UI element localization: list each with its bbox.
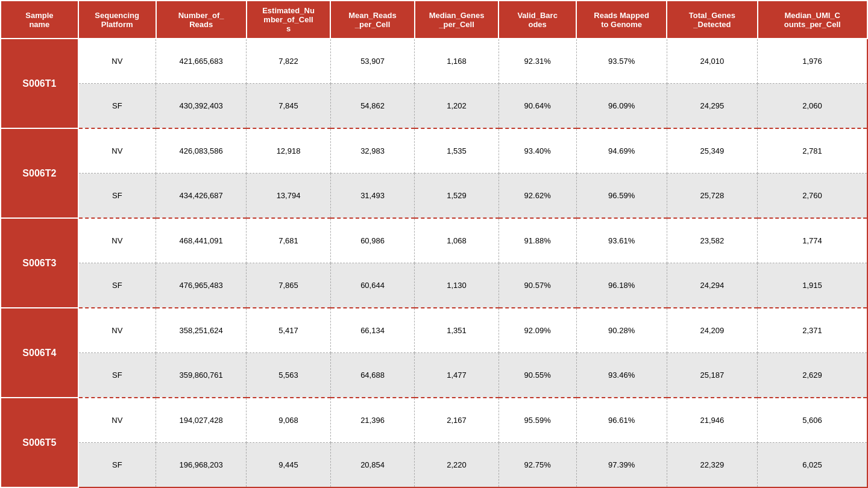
- cell-g3-r1-c4: 1,477: [415, 353, 499, 398]
- cell-g2-r1-c1: 476,965,483: [156, 263, 247, 308]
- cell-g1-r1-c7: 25,728: [667, 174, 757, 219]
- sample-name-cell-1: S006T2: [1, 128, 78, 218]
- header-cell-2: Number_of_Reads: [156, 1, 247, 39]
- header-cell-9: Median_UMI_Counts_per_Cell: [758, 1, 868, 39]
- cell-g4-r1-c1: 196,968,203: [156, 443, 247, 488]
- cell-g0-r1-c8: 2,060: [758, 84, 868, 129]
- cell-g2-r1-c0: SF: [78, 263, 156, 308]
- cell-g3-r0-c0: NV: [78, 308, 156, 353]
- cell-g4-r1-c5: 92.75%: [498, 443, 576, 488]
- table-row: SF476,965,4837,86560,6441,13090.57%96.18…: [1, 263, 867, 308]
- header-cell-5: Median_Genes_per_Cell: [415, 1, 499, 39]
- cell-g2-r0-c8: 1,774: [758, 218, 868, 263]
- header-cell-3: Estimated_Number_of_Cells: [247, 1, 331, 39]
- table-container: SamplenameSequencingPlatformNumber_of_Re…: [0, 0, 868, 488]
- table-row: S006T5NV194,027,4289,06821,3962,16795.59…: [1, 398, 867, 443]
- table-row: SF359,860,7615,56364,6881,47790.55%93.46…: [1, 353, 867, 398]
- header-cell-7: Reads Mappedto Genome: [576, 1, 667, 39]
- cell-g0-r0-c7: 24,010: [667, 39, 757, 84]
- cell-g4-r1-c3: 20,854: [330, 443, 415, 488]
- cell-g3-r0-c7: 24,209: [667, 308, 757, 353]
- cell-g2-r0-c1: 468,441,091: [156, 218, 247, 263]
- table-row: S006T4NV358,251,6245,41766,1341,35192.09…: [1, 308, 867, 353]
- cell-g3-r0-c5: 92.09%: [498, 308, 576, 353]
- cell-g2-r0-c5: 91.88%: [498, 218, 576, 263]
- cell-g1-r0-c7: 25,349: [667, 128, 757, 174]
- header-cell-8: Total_Genes_Detected: [667, 1, 757, 39]
- cell-g4-r0-c5: 95.59%: [498, 398, 576, 443]
- cell-g3-r0-c8: 2,371: [758, 308, 868, 353]
- cell-g1-r0-c4: 1,535: [415, 128, 499, 174]
- cell-g4-r0-c0: NV: [78, 398, 156, 443]
- table-row: SF196,968,2039,44520,8542,22092.75%97.39…: [1, 443, 867, 488]
- cell-g0-r1-c0: SF: [78, 84, 156, 129]
- cell-g3-r1-c1: 359,860,761: [156, 353, 247, 398]
- cell-g0-r0-c4: 1,168: [415, 39, 499, 84]
- header-cell-0: Samplename: [1, 1, 78, 39]
- cell-g4-r1-c8: 6,025: [758, 443, 868, 488]
- cell-g1-r0-c2: 12,918: [247, 128, 331, 174]
- cell-g0-r1-c7: 24,295: [667, 84, 757, 129]
- cell-g1-r1-c5: 92.62%: [498, 174, 576, 219]
- cell-g4-r0-c1: 194,027,428: [156, 398, 247, 443]
- cell-g2-r0-c2: 7,681: [247, 218, 331, 263]
- cell-g1-r0-c6: 94.69%: [576, 128, 667, 174]
- sample-name-cell-2: S006T3: [1, 218, 78, 308]
- header-row: SamplenameSequencingPlatformNumber_of_Re…: [1, 1, 867, 39]
- table-row: S006T1NV421,665,6837,82253,9071,16892.31…: [1, 39, 867, 84]
- cell-g2-r0-c3: 60,986: [330, 218, 415, 263]
- cell-g2-r1-c2: 7,865: [247, 263, 331, 308]
- cell-g2-r0-c6: 93.61%: [576, 218, 667, 263]
- header-cell-6: Valid_Barcodes: [498, 1, 576, 39]
- cell-g1-r1-c4: 1,529: [415, 174, 499, 219]
- table-row: SF434,426,68713,79431,4931,52992.62%96.5…: [1, 174, 867, 219]
- sample-name-cell-3: S006T4: [1, 308, 78, 398]
- sample-name-cell-4: S006T5: [1, 398, 78, 487]
- cell-g1-r1-c2: 13,794: [247, 174, 331, 219]
- cell-g1-r0-c5: 93.40%: [498, 128, 576, 174]
- cell-g1-r1-c1: 434,426,687: [156, 174, 247, 219]
- cell-g2-r1-c7: 24,294: [667, 263, 757, 308]
- cell-g3-r0-c4: 1,351: [415, 308, 499, 353]
- sample-name-cell-0: S006T1: [1, 39, 78, 128]
- cell-g0-r0-c6: 93.57%: [576, 39, 667, 84]
- cell-g2-r0-c0: NV: [78, 218, 156, 263]
- cell-g2-r1-c6: 96.18%: [576, 263, 667, 308]
- cell-g3-r1-c8: 2,629: [758, 353, 868, 398]
- cell-g1-r1-c0: SF: [78, 174, 156, 219]
- table-row: S006T2NV426,083,58612,91832,9831,53593.4…: [1, 128, 867, 174]
- cell-g0-r0-c2: 7,822: [247, 39, 331, 84]
- cell-g0-r0-c3: 53,907: [330, 39, 415, 84]
- cell-g0-r1-c4: 1,202: [415, 84, 499, 129]
- cell-g3-r0-c1: 358,251,624: [156, 308, 247, 353]
- cell-g1-r0-c0: NV: [78, 128, 156, 174]
- cell-g4-r1-c6: 97.39%: [576, 443, 667, 488]
- cell-g4-r0-c4: 2,167: [415, 398, 499, 443]
- cell-g4-r1-c7: 22,329: [667, 443, 757, 488]
- cell-g0-r1-c1: 430,392,403: [156, 84, 247, 129]
- cell-g3-r0-c2: 5,417: [247, 308, 331, 353]
- cell-g2-r0-c7: 23,582: [667, 218, 757, 263]
- cell-g4-r0-c2: 9,068: [247, 398, 331, 443]
- cell-g2-r0-c4: 1,068: [415, 218, 499, 263]
- cell-g4-r1-c0: SF: [78, 443, 156, 488]
- cell-g1-r1-c6: 96.59%: [576, 174, 667, 219]
- cell-g4-r1-c2: 9,445: [247, 443, 331, 488]
- cell-g3-r1-c7: 25,187: [667, 353, 757, 398]
- cell-g4-r1-c4: 2,220: [415, 443, 499, 488]
- cell-g2-r1-c3: 60,644: [330, 263, 415, 308]
- cell-g3-r0-c6: 90.28%: [576, 308, 667, 353]
- cell-g4-r0-c8: 5,606: [758, 398, 868, 443]
- header-cell-1: SequencingPlatform: [78, 1, 156, 39]
- cell-g0-r0-c1: 421,665,683: [156, 39, 247, 84]
- data-table: SamplenameSequencingPlatformNumber_of_Re…: [0, 0, 868, 488]
- cell-g4-r0-c6: 96.61%: [576, 398, 667, 443]
- cell-g1-r1-c8: 2,760: [758, 174, 868, 219]
- cell-g3-r1-c6: 93.46%: [576, 353, 667, 398]
- cell-g1-r0-c8: 2,781: [758, 128, 868, 174]
- cell-g0-r0-c5: 92.31%: [498, 39, 576, 84]
- cell-g3-r1-c5: 90.55%: [498, 353, 576, 398]
- header-cell-4: Mean_Reads_per_Cell: [330, 1, 415, 39]
- cell-g2-r1-c4: 1,130: [415, 263, 499, 308]
- cell-g1-r0-c3: 32,983: [330, 128, 415, 174]
